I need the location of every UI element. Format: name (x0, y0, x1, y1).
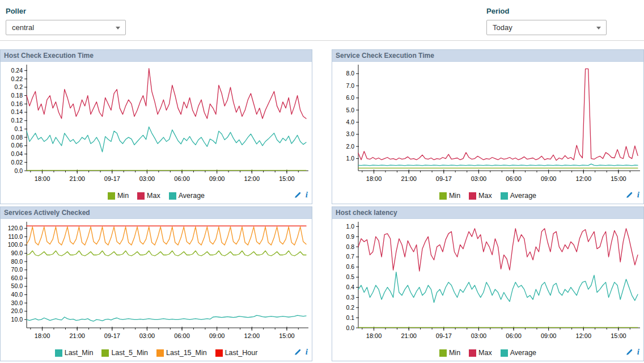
legend-item-min: Min (439, 192, 460, 200)
legend-item-max: Max (469, 349, 492, 357)
svg-text:20.0: 20.0 (11, 307, 23, 314)
svg-text:12:00: 12:00 (244, 332, 260, 339)
legend-swatch (108, 192, 115, 200)
svg-text:60.0: 60.0 (11, 275, 23, 281)
info-icon[interactable]: i (637, 191, 639, 199)
svg-text:0.12: 0.12 (11, 117, 23, 124)
pencil-icon[interactable] (625, 348, 633, 356)
svg-text:0.02: 0.02 (11, 159, 23, 166)
svg-text:0.06: 0.06 (11, 142, 23, 149)
svg-text:15:00: 15:00 (611, 175, 626, 182)
svg-text:0.1: 0.1 (346, 314, 354, 321)
svg-text:0.8: 0.8 (346, 243, 354, 250)
legend-item-min: Min (439, 349, 460, 357)
info-icon[interactable]: i (637, 348, 639, 356)
svg-text:21:00: 21:00 (401, 332, 417, 339)
svg-text:09-17: 09-17 (104, 175, 120, 182)
svg-text:70.0: 70.0 (11, 266, 23, 273)
svg-text:03:00: 03:00 (139, 332, 155, 339)
svg-text:6.0: 6.0 (346, 94, 354, 101)
svg-text:06:00: 06:00 (174, 175, 190, 182)
legend-swatch (469, 192, 476, 200)
host-check-latency-chart: 18:0021:0009-1703:0006:0009:0012:0015:00… (332, 219, 643, 346)
legend-swatch (501, 349, 508, 357)
svg-text:18:00: 18:00 (35, 175, 50, 182)
svg-text:0.22: 0.22 (11, 75, 23, 82)
chevron-down-icon (596, 27, 601, 29)
legend-swatch (439, 192, 447, 200)
legend-swatch (101, 349, 109, 357)
panel-services-actively-checked: Services Actively Checked 18:0021:0009-1… (0, 206, 312, 361)
legend-item-max: Max (469, 192, 492, 200)
legend-item-min: Min (108, 192, 129, 200)
svg-text:120.0: 120.0 (8, 225, 23, 231)
legend-label: Min (117, 192, 129, 200)
svg-text:2.0: 2.0 (346, 143, 354, 150)
legend-item-average: Average (501, 192, 536, 200)
svg-text:21:00: 21:00 (69, 175, 85, 182)
pencil-icon[interactable] (294, 348, 302, 356)
svg-text:09:00: 09:00 (541, 175, 557, 182)
charts-grid: Host Check Execution Time 18:0021:0009-1… (0, 49, 644, 361)
legend-label: Last_Hour (225, 349, 258, 357)
svg-text:30.0: 30.0 (11, 299, 23, 306)
svg-text:09-17: 09-17 (104, 332, 120, 339)
legend-swatch (169, 192, 176, 200)
info-icon[interactable]: i (306, 191, 308, 199)
svg-text:0.0: 0.0 (346, 324, 354, 331)
chart-legend: MinMaxAverage (108, 192, 205, 200)
legend-swatch (156, 349, 164, 357)
legend-item-average: Average (501, 349, 536, 357)
svg-text:1.0: 1.0 (346, 223, 354, 230)
svg-text:0.7: 0.7 (346, 253, 354, 260)
panel-host-check-latency: Host check latency 18:0021:0009-1703:000… (332, 206, 644, 361)
svg-text:12:00: 12:00 (576, 175, 592, 182)
legend-label: Max (147, 192, 160, 200)
period-select-value: Today (493, 23, 512, 32)
svg-text:7.0: 7.0 (346, 82, 354, 89)
svg-text:5.0: 5.0 (346, 107, 354, 113)
svg-text:10.0: 10.0 (11, 316, 23, 323)
svg-text:3.0: 3.0 (346, 130, 354, 137)
legend-label: Average (510, 349, 536, 357)
legend-item-last_15_min: Last_15_Min (156, 349, 207, 357)
host-check-execution-time-chart: 18:0021:0009-1703:0006:0009:0012:0015:00… (1, 62, 312, 189)
legend-label: Max (478, 349, 492, 357)
legend-label: Average (179, 192, 205, 200)
svg-text:0.04: 0.04 (11, 150, 23, 157)
poller-select-value: central (12, 23, 34, 32)
legend-swatch (55, 349, 62, 357)
panel-service-check-execution-time: Service Check Execution Time 18:0021:000… (332, 49, 644, 204)
svg-text:0.16: 0.16 (11, 100, 23, 107)
svg-text:09-17: 09-17 (436, 332, 452, 339)
period-label: Period (486, 7, 607, 15)
poller-filter: Poller central (6, 7, 126, 35)
svg-text:12:00: 12:00 (576, 332, 592, 339)
svg-text:09:00: 09:00 (209, 332, 225, 339)
legend-item-average: Average (169, 192, 205, 200)
legend-swatch (215, 349, 223, 357)
poller-select[interactable]: central (6, 20, 126, 35)
svg-text:09:00: 09:00 (541, 332, 557, 339)
chart-legend: MinMaxAverage (439, 192, 536, 200)
pencil-icon[interactable] (294, 191, 302, 199)
svg-text:03:00: 03:00 (471, 332, 487, 339)
svg-text:0.24: 0.24 (11, 67, 23, 74)
chart-legend: Last_MinLast_5_MinLast_15_MinLast_Hour (55, 349, 258, 357)
svg-text:18:00: 18:00 (366, 175, 382, 182)
svg-text:110.0: 110.0 (9, 233, 23, 240)
period-select[interactable]: Today (486, 20, 607, 35)
legend-label: Last_5_Min (111, 349, 148, 357)
svg-text:0.4: 0.4 (346, 284, 354, 290)
svg-text:15:00: 15:00 (279, 175, 295, 182)
svg-text:06:00: 06:00 (506, 175, 522, 182)
svg-text:0.1: 0.1 (14, 125, 23, 132)
svg-text:50.0: 50.0 (11, 282, 23, 289)
service-check-execution-time-chart: 18:0021:0009-1703:0006:0009:0012:0015:00… (332, 62, 643, 189)
svg-text:0.08: 0.08 (11, 134, 23, 141)
info-icon[interactable]: i (306, 348, 308, 356)
pencil-icon[interactable] (625, 191, 633, 199)
legend-item-last_5_min: Last_5_Min (101, 349, 148, 357)
panel-title: Host Check Execution Time (1, 50, 312, 62)
svg-text:15:00: 15:00 (611, 332, 626, 339)
